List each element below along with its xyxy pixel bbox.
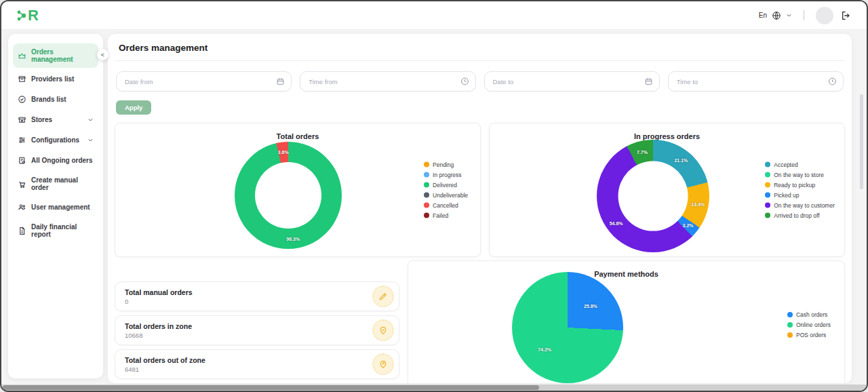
- sidebar-item-label: Brands list: [31, 96, 66, 103]
- legend-item[interactable]: Cancelled: [424, 202, 468, 209]
- globe-icon[interactable]: [772, 11, 781, 20]
- sidebar-item-orders-management[interactable]: Orders management: [13, 43, 98, 68]
- legend-item[interactable]: Pending: [424, 161, 468, 168]
- legend-item[interactable]: Failed: [424, 212, 468, 219]
- vertical-scrollbar[interactable]: [860, 94, 863, 189]
- date-from-input[interactable]: [116, 71, 292, 92]
- in-progress-orders-donut[interactable]: 21.1%13.4%3.2%54.6%7.7%: [597, 140, 709, 252]
- sidebar-item-label: User management: [31, 203, 90, 211]
- in-progress-orders-chart-card: In progress orders 21.1%13.4%3.2%54.6%7.…: [489, 123, 845, 257]
- sidebar-item-stores[interactable]: Stores: [13, 111, 98, 129]
- chart-legend: Cash ordersOnline ordersPOS orders: [787, 311, 831, 338]
- sidebar-collapse-button[interactable]: <: [97, 49, 108, 60]
- clock-icon[interactable]: [460, 77, 469, 86]
- legend-item[interactable]: Undeliverable: [424, 192, 468, 199]
- legend-item[interactable]: In progress: [424, 172, 468, 178]
- slice-label: 3.6%: [278, 150, 289, 155]
- sidebar-item-daily-financial-report[interactable]: Daily financial report: [13, 218, 98, 243]
- legend-dot: [765, 193, 770, 198]
- legend-label: In progress: [433, 172, 462, 178]
- language-chevron-down-icon[interactable]: [786, 12, 792, 18]
- total-orders-chart-card: Total orders 96.3%3.6% PendingIn progres…: [115, 123, 481, 257]
- sidebar-item-label: All Ongoing orders: [31, 157, 93, 164]
- legend-dot: [765, 182, 770, 188]
- sidebar-item-create-manual-order[interactable]: Create manual order: [13, 172, 98, 196]
- sidebar-item-all-ongoing-orders[interactable]: All Ongoing orders: [13, 151, 98, 170]
- total-orders-donut[interactable]: 96.3%3.6%: [235, 142, 342, 249]
- horizontal-scrollbar[interactable]: [1, 385, 867, 391]
- report-icon: [18, 227, 26, 235]
- chart-legend: AcceptedOn the way to storeReady to pick…: [765, 161, 835, 219]
- sidebar-item-user-management[interactable]: User management: [13, 198, 98, 216]
- legend-dot: [765, 203, 770, 208]
- time-to-input[interactable]: [668, 71, 844, 92]
- bottom-row: Total manual orders 0 Total orders in zo…: [115, 260, 845, 383]
- slice-label: 7.7%: [637, 149, 648, 154]
- sidebar-item-providers-list[interactable]: Providers list: [13, 70, 98, 88]
- legend-item[interactable]: Online orders: [787, 321, 831, 328]
- legend-label: Arrived to drop off: [774, 212, 819, 219]
- legend-item[interactable]: POS orders: [787, 332, 831, 338]
- total-orders-in-zone-card[interactable]: Total orders in zone 10668: [115, 315, 399, 345]
- legend-label: POS orders: [796, 332, 826, 338]
- logo-letter: R: [28, 7, 38, 24]
- avatar[interactable]: [816, 7, 833, 24]
- legend-item[interactable]: Delivered: [424, 182, 468, 189]
- date-to-input[interactable]: [484, 71, 660, 92]
- payment-methods-pie[interactable]: 25.8%74.2%: [512, 272, 623, 383]
- sidebar-item-configurations[interactable]: Configurations: [13, 131, 98, 149]
- slice-label: 13.4%: [691, 201, 705, 206]
- chart-title: In progress orders: [490, 132, 844, 140]
- clock-icon[interactable]: [828, 77, 837, 86]
- horizontal-scrollbar-thumb[interactable]: [3, 385, 539, 390]
- calendar-icon[interactable]: [276, 77, 285, 86]
- legend-item[interactable]: On the way to store: [765, 172, 835, 178]
- logout-icon[interactable]: [841, 10, 852, 21]
- calendar-icon[interactable]: [644, 77, 653, 86]
- legend-dot: [424, 213, 429, 218]
- sidebar-item-brands-list[interactable]: Brands list: [13, 90, 98, 109]
- donut-hole: [255, 162, 321, 229]
- language-label: En: [759, 12, 767, 19]
- legend-label: On the way to customer: [774, 202, 835, 209]
- body-area: Orders management Providers list Brands …: [1, 30, 867, 391]
- legend-item[interactable]: Picked up: [765, 192, 835, 199]
- sidebar-item-label: Stores: [31, 116, 52, 123]
- legend-item[interactable]: Cash orders: [787, 311, 831, 318]
- legend-label: Picked up: [774, 192, 799, 199]
- legend-item[interactable]: Arrived to drop off: [765, 212, 835, 219]
- sidebar-item-label: Orders management: [31, 48, 94, 63]
- legend-label: Cancelled: [433, 202, 458, 209]
- apply-button[interactable]: Apply: [116, 100, 151, 115]
- stat-value: 0: [125, 298, 193, 305]
- stat-title: Total orders out of zone: [125, 356, 205, 364]
- app-logo[interactable]: R: [16, 7, 38, 24]
- sidebar-item-label: Providers list: [31, 75, 74, 83]
- time-from-input[interactable]: [300, 71, 475, 92]
- legend-dot: [765, 162, 770, 168]
- donut-hole: [618, 161, 688, 231]
- legend-dot: [424, 172, 429, 178]
- legend-item[interactable]: On the way to customer: [765, 202, 835, 209]
- total-manual-orders-card[interactable]: Total manual orders 0: [115, 281, 399, 311]
- app-window: R En Orders: [0, 0, 868, 392]
- sidebar-item-label: Configurations: [31, 136, 79, 144]
- pin-check-icon: [372, 319, 394, 341]
- date-from-field: [116, 71, 292, 92]
- logo-dots-icon: [16, 7, 28, 24]
- slice-label: 74.2%: [538, 347, 551, 352]
- legend-item[interactable]: Accepted: [765, 161, 835, 168]
- legend-dot: [765, 213, 770, 218]
- legend-item[interactable]: Ready to pickup: [765, 182, 835, 189]
- providers-list-icon: [18, 75, 26, 83]
- legend-dot: [765, 172, 770, 178]
- chevron-down-icon: [87, 137, 94, 143]
- header-divider: [804, 10, 804, 20]
- total-orders-out-of-zone-card[interactable]: Total orders out of zone 6481: [115, 349, 399, 379]
- legend-dot: [787, 322, 793, 328]
- stat-value: 10668: [125, 332, 192, 339]
- brands-list-icon: [18, 95, 26, 104]
- pen-icon: [372, 286, 394, 307]
- legend-dot: [424, 193, 429, 198]
- legend-label: On the way to store: [774, 172, 824, 178]
